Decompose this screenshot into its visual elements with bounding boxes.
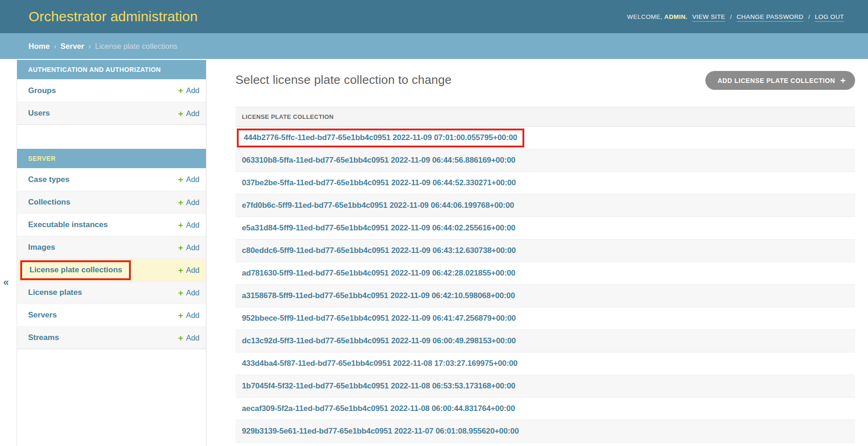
servers-link[interactable]: Servers [28, 311, 57, 320]
sidebar-collapse-icon[interactable]: « [3, 276, 9, 288]
users-link[interactable]: Users [28, 109, 50, 118]
collection-row-link[interactable]: 929b3139-5e61-11ed-bd77-65e1bb4c0951 202… [242, 427, 519, 436]
breadcrumb: Home › Server › License plate collection… [0, 33, 868, 59]
breadcrumb-separator: › [54, 42, 57, 51]
plus-icon: + [178, 175, 183, 184]
sidebar-item-executable-instances: Executable instances +Add [17, 213, 206, 236]
sidebar-item-collections: Collections +Add [17, 191, 206, 213]
add-collections-link[interactable]: +Add [178, 198, 199, 207]
collection-row-link[interactable]: e5a31d84-5ff9-11ed-bd77-65e1bb4c0951 202… [242, 223, 516, 233]
table-row: dc13c92d-5ff3-11ed-bd77-65e1bb4c0951 202… [235, 330, 855, 352]
breadcrumb-home[interactable]: Home [29, 42, 50, 51]
sidebar-item-groups: Groups +Add [17, 79, 206, 102]
sidebar-item-users: Users +Add [17, 102, 206, 124]
sidebar-item-case-types: Case types +Add [17, 168, 206, 191]
collection-row-link[interactable]: 952bbece-5ff9-11ed-bd77-65e1bb4c0951 202… [242, 314, 516, 323]
add-servers-link[interactable]: +Add [178, 311, 199, 320]
collection-table: LICENSE PLATE COLLECTION 444b2776-5ffc-1… [235, 107, 855, 443]
add-license-plate-collections-link[interactable]: +Add [178, 266, 199, 275]
plus-icon: + [840, 76, 846, 85]
collection-row-link[interactable]: 444b2776-5ffc-11ed-bd77-65e1bb4c0951 202… [244, 133, 517, 142]
collection-row-link[interactable]: 1b7045f4-5f32-11ed-bd77-65e1bb4c0951 202… [242, 381, 516, 391]
main-content: Select license plate collection to chang… [235, 59, 855, 443]
link-separator: / [730, 13, 732, 20]
collection-row-link[interactable]: aecaf309-5f2a-11ed-bd77-65e1bb4c0951 202… [242, 404, 515, 413]
collection-row-link[interactable]: c80eddc6-5ff9-11ed-bd77-65e1bb4c0951 202… [242, 246, 516, 255]
breadcrumb-separator: › [88, 42, 91, 51]
add-executable-instances-link[interactable]: +Add [178, 221, 199, 229]
sidebar-item-servers: Servers +Add [17, 304, 206, 326]
user-tools: WELCOME,ADMIN. VIEW SITE / CHANGE PASSWO… [627, 13, 844, 20]
table-row: 063310b8-5ffa-11ed-bd77-65e1bb4c0951 202… [235, 149, 855, 172]
breadcrumb-server[interactable]: Server [60, 42, 84, 51]
change-password-link[interactable]: CHANGE PASSWORD [737, 13, 803, 22]
table-row: aecaf309-5f2a-11ed-bd77-65e1bb4c0951 202… [235, 398, 855, 420]
plus-icon: + [178, 86, 183, 95]
view-site-link[interactable]: VIEW SITE [692, 13, 725, 22]
table-header-row: LICENSE PLATE COLLECTION [235, 107, 855, 127]
table-row: ad781630-5ff9-11ed-bd77-65e1bb4c0951 202… [235, 262, 855, 285]
executable-instances-link[interactable]: Executable instances [28, 220, 108, 229]
header-bar: Orchestrator administration WELCOME,ADMI… [0, 0, 868, 33]
plus-icon: + [178, 198, 183, 207]
table-row: e7fd0b6c-5ff9-11ed-bd77-65e1bb4c0951 202… [235, 194, 855, 217]
groups-link[interactable]: Groups [28, 86, 56, 95]
case-types-link[interactable]: Case types [28, 175, 70, 184]
add-images-link[interactable]: +Add [178, 243, 199, 252]
sidebar: AUTHENTICATION AND AUTHORIZATION Groups … [17, 60, 206, 446]
collection-row-link[interactable]: ad781630-5ff9-11ed-bd77-65e1bb4c0951 202… [242, 269, 516, 278]
table-row: 037be2be-5ffa-11ed-bd77-65e1bb4c0951 202… [235, 172, 855, 194]
table-row: 952bbece-5ff9-11ed-bd77-65e1bb4c0951 202… [235, 307, 855, 330]
sidebar-section-authentication: AUTHENTICATION AND AUTHORIZATION [17, 60, 206, 79]
collections-link[interactable]: Collections [28, 198, 70, 207]
plus-icon: + [178, 266, 183, 275]
sidebar-item-streams: Streams +Add [17, 326, 206, 349]
plus-icon: + [178, 221, 183, 229]
site-title[interactable]: Orchestrator administration [29, 9, 198, 24]
add-streams-link[interactable]: +Add [178, 334, 199, 342]
table-row: 444b2776-5ffc-11ed-bd77-65e1bb4c0951 202… [235, 127, 855, 149]
collection-row-link[interactable]: 037be2be-5ffa-11ed-bd77-65e1bb4c0951 202… [242, 178, 516, 188]
collection-row-link[interactable]: 063310b8-5ffa-11ed-bd77-65e1bb4c0951 202… [242, 156, 516, 165]
add-users-link[interactable]: +Add [178, 109, 199, 118]
breadcrumb-current: License plate collections [95, 42, 177, 51]
images-link[interactable]: Images [28, 243, 55, 252]
sidebar-item-license-plate-collections: License plate collections +Add [17, 258, 206, 281]
plus-icon: + [178, 311, 183, 320]
table-row: 929b3139-5e61-11ed-bd77-65e1bb4c0951 202… [235, 420, 855, 443]
license-plates-link[interactable]: License plates [28, 288, 82, 297]
plus-icon: + [178, 109, 183, 118]
annotation-box-sidebar: License plate collections [20, 260, 131, 280]
streams-link[interactable]: Streams [28, 333, 59, 342]
table-row: a3158678-5ff9-11ed-bd77-65e1bb4c0951 202… [235, 285, 855, 307]
add-button-label: ADD LICENSE PLATE COLLECTION [717, 77, 835, 84]
plus-icon: + [178, 288, 183, 297]
log-out-link[interactable]: LOG OUT [815, 13, 844, 22]
add-groups-link[interactable]: +Add [178, 86, 199, 95]
table-row: 433d4ba4-5f87-11ed-bd77-65e1bb4c0951 202… [235, 352, 855, 375]
welcome-text: WELCOME, [627, 13, 663, 20]
table-row: c80eddc6-5ff9-11ed-bd77-65e1bb4c0951 202… [235, 240, 855, 262]
plus-icon: + [178, 243, 183, 252]
license-plate-collections-link[interactable]: License plate collections [29, 265, 122, 274]
sidebar-item-images: Images +Add [17, 236, 206, 258]
column-header-license-plate-collection[interactable]: LICENSE PLATE COLLECTION [242, 113, 334, 120]
collection-row-link[interactable]: 433d4ba4-5f87-11ed-bd77-65e1bb4c0951 202… [242, 359, 517, 368]
table-row: e5a31d84-5ff9-11ed-bd77-65e1bb4c0951 202… [235, 217, 855, 240]
link-separator: / [808, 13, 810, 20]
table-row: 1b7045f4-5f32-11ed-bd77-65e1bb4c0951 202… [235, 375, 855, 398]
sidebar-module-server: SERVER Case types +Add Collections +Add … [17, 149, 206, 349]
add-license-plates-link[interactable]: +Add [178, 288, 199, 297]
collection-row-link[interactable]: a3158678-5ff9-11ed-bd77-65e1bb4c0951 202… [242, 291, 515, 300]
page: Orchestrator administration WELCOME,ADMI… [0, 0, 868, 446]
plus-icon: + [178, 334, 183, 342]
add-case-types-link[interactable]: +Add [178, 175, 199, 184]
collection-row-link[interactable]: e7fd0b6c-5ff9-11ed-bd77-65e1bb4c0951 202… [242, 201, 514, 210]
page-title: Select license plate collection to chang… [235, 73, 452, 87]
sidebar-item-license-plates: License plates +Add [17, 281, 206, 304]
username: ADMIN. [664, 13, 687, 20]
add-license-plate-collection-button[interactable]: ADD LICENSE PLATE COLLECTION + [705, 71, 855, 90]
sidebar-section-server: SERVER [17, 149, 206, 168]
collection-row-link[interactable]: dc13c92d-5ff3-11ed-bd77-65e1bb4c0951 202… [242, 336, 516, 346]
sidebar-module-auth: AUTHENTICATION AND AUTHORIZATION Groups … [17, 60, 206, 125]
